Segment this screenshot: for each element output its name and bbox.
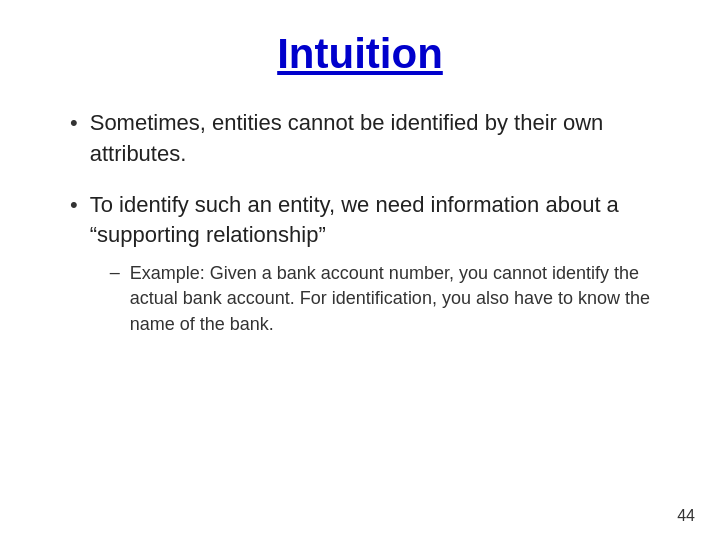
bullet-dot-2: •: [70, 192, 78, 218]
bullet-item-1: • Sometimes, entities cannot be identifi…: [70, 108, 670, 170]
slide: Intuition • Sometimes, entities cannot b…: [0, 0, 720, 540]
page-number: 44: [677, 507, 695, 525]
sub-bullet-text-1: Example: Given a bank account number, yo…: [130, 261, 670, 337]
bullet-text-1: Sometimes, entities cannot be identified…: [90, 108, 670, 170]
bullet-text-2: To identify such an entity, we need info…: [90, 192, 619, 248]
bullet-dot-1: •: [70, 110, 78, 136]
slide-title: Intuition: [50, 30, 670, 78]
sub-bullet-container: – Example: Given a bank account number, …: [110, 261, 670, 337]
sub-bullet-dash: –: [110, 262, 120, 283]
bullet-2-content: To identify such an entity, we need info…: [90, 190, 670, 337]
bullet-item-2: • To identify such an entity, we need in…: [70, 190, 670, 337]
slide-content: • Sometimes, entities cannot be identifi…: [50, 108, 670, 337]
slide-title-container: Intuition: [50, 30, 670, 78]
sub-bullet-item-1: – Example: Given a bank account number, …: [110, 261, 670, 337]
